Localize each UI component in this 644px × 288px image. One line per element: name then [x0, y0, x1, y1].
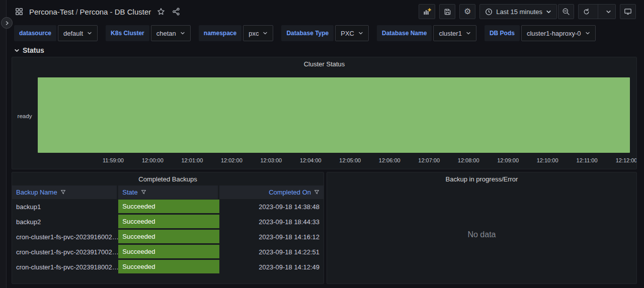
panels-area: Cluster Status ready 11:59:0012:00:0012:…: [7, 57, 644, 284]
variable-value-dropdown[interactable]: cluster1: [433, 25, 476, 41]
axis-tick-label: 12:01:00: [181, 157, 203, 163]
cell-state: Succeeded: [118, 199, 219, 214]
axis-tick-label: 11:59:00: [103, 157, 124, 163]
breadcrumb[interactable]: Percona-Test/Percona - DB Cluster: [29, 8, 151, 16]
variables-row: datasource default K8s Cluster chetan na…: [7, 23, 644, 42]
variable-label[interactable]: K8s Cluster: [106, 25, 149, 41]
breadcrumb-folder[interactable]: Percona-Test: [29, 8, 73, 16]
chevron-down-icon: [585, 31, 590, 36]
favorite-star-icon[interactable]: [156, 7, 166, 17]
breadcrumb-separator: /: [75, 8, 77, 16]
dashboard-settings-button[interactable]: ⚙: [459, 4, 475, 19]
axis-tick-label: 12:11:00: [577, 157, 598, 163]
variable-value-dropdown[interactable]: cluster1-haproxy-0: [521, 25, 596, 41]
time-range-label: Last 15 minutes: [496, 8, 542, 16]
panel-title-backup-progress[interactable]: Backup in progress/Error: [327, 172, 636, 185]
cell-completed-on: 2023-09-18 14:22:51: [219, 244, 324, 259]
variable-selected-value: chetan: [156, 30, 176, 37]
table-row: cron-cluster1-fs-pvc-2023917002… Succeed…: [12, 244, 324, 259]
variable-label[interactable]: Database Type: [281, 25, 334, 41]
gear-icon: ⚙: [464, 8, 471, 16]
refresh-button-group[interactable]: [578, 4, 616, 19]
no-data-message: No data: [467, 230, 496, 239]
add-panel-button[interactable]: [419, 4, 435, 19]
template-variable: datasource default: [14, 25, 98, 41]
filter-funnel-icon[interactable]: [60, 189, 66, 195]
cell-backup-name: cron-cluster1-fs-pvc-2023916002…: [12, 229, 118, 244]
sidebar-expand-button[interactable]: [1, 17, 13, 29]
backups-table-body: backup1 Succeeded 2023-09-18 14:38:48 ba…: [12, 199, 324, 274]
backups-table-header: Backup Name State Completed On: [12, 185, 324, 199]
clock-icon: [485, 8, 493, 16]
table-row: backup1 Succeeded 2023-09-18 14:38:48: [12, 199, 324, 214]
cell-backup-name: backup1: [12, 199, 118, 214]
breadcrumb-dashboard-title: Percona - DB Cluster: [80, 8, 151, 16]
state-timeline-bar[interactable]: [38, 77, 630, 153]
state-badge: Succeeded: [118, 260, 219, 273]
filter-funnel-icon[interactable]: [141, 189, 146, 195]
axis-tick-label: 12:07:00: [418, 157, 440, 163]
table-row: backup2 Succeeded 2023-09-18 18:44:33: [12, 214, 324, 229]
variable-selected-value: pxc: [249, 30, 259, 37]
cell-backup-name: cron-cluster1-fs-pvc-2023917002…: [12, 244, 118, 259]
cell-completed-on: 2023-09-18 14:38:48: [219, 199, 324, 214]
cell-state: Succeeded: [118, 244, 219, 259]
variable-value-dropdown[interactable]: chetan: [151, 25, 191, 41]
variable-value-dropdown[interactable]: pxc: [243, 25, 273, 41]
variable-label[interactable]: DB Pods: [485, 25, 520, 41]
template-variable: DB Pods cluster1-haproxy-0: [485, 25, 596, 41]
filter-funnel-icon[interactable]: [314, 189, 319, 195]
axis-tick-label: 12:04:00: [300, 157, 321, 163]
refresh-interval-dropdown[interactable]: [602, 5, 615, 19]
panel-title-cluster-status[interactable]: Cluster Status: [12, 57, 636, 70]
save-icon: [444, 8, 451, 16]
variable-selected-value: cluster1-haproxy-0: [527, 30, 581, 37]
cell-backup-name: cron-cluster1-fs-pvc-2023918002…: [12, 259, 118, 274]
table-row: cron-cluster1-fs-pvc-2023916002… Succeed…: [12, 229, 324, 244]
refresh-icon[interactable]: [579, 5, 594, 19]
variable-label[interactable]: Database Name: [377, 25, 432, 41]
variable-selected-value: cluster1: [439, 30, 462, 37]
collapsed-sidebar-rail: [0, 0, 7, 288]
cell-completed-on: 2023-09-18 18:44:33: [219, 214, 324, 229]
column-header-state[interactable]: State: [118, 185, 217, 199]
button-divider: [598, 5, 598, 19]
monitor-icon: [624, 8, 632, 16]
axis-tick-label: 12:02:00: [221, 157, 243, 163]
panel-title-completed-backups[interactable]: Completed Backups: [12, 172, 324, 185]
axis-tick-label: 12:05:00: [339, 157, 361, 163]
timeline-y-label: ready: [12, 113, 37, 119]
template-variable: K8s Cluster chetan: [106, 25, 191, 41]
axis-tick-label: 12:00:00: [142, 157, 164, 163]
state-badge: Succeeded: [118, 215, 219, 228]
zoom-out-time-button[interactable]: [558, 4, 574, 19]
variable-label[interactable]: datasource: [14, 25, 56, 41]
template-variable: namespace pxc: [199, 25, 274, 41]
axis-tick-label: 12:08:00: [458, 157, 479, 163]
variable-label[interactable]: namespace: [199, 25, 242, 41]
variable-value-dropdown[interactable]: PXC: [335, 25, 369, 41]
row-header-status[interactable]: Status: [7, 42, 644, 57]
column-header-completed-on[interactable]: Completed On: [219, 185, 324, 199]
column-header-backup-name[interactable]: Backup Name: [12, 185, 117, 199]
cell-state: Succeeded: [118, 229, 219, 244]
axis-tick-label: 12:10:00: [537, 157, 558, 163]
chevron-down-icon: [87, 31, 92, 36]
chevron-down-icon: [358, 31, 363, 36]
axis-tick-label: 12:09:00: [497, 157, 519, 163]
share-icon[interactable]: [171, 7, 181, 17]
chevron-down-icon: [180, 31, 185, 36]
axis-tick-label: 12:03:00: [260, 157, 282, 163]
state-badge: Succeeded: [118, 230, 219, 243]
save-dashboard-button[interactable]: [439, 4, 455, 19]
time-range-picker[interactable]: Last 15 minutes: [479, 4, 557, 19]
cell-backup-name: backup2: [12, 214, 118, 229]
kiosk-mode-button[interactable]: [620, 4, 636, 19]
axis-tick-label: 12:12:00: [616, 157, 637, 163]
apps-grid-icon[interactable]: [14, 7, 24, 17]
panel-cluster-status: Cluster Status ready 11:59:0012:00:0012:…: [12, 57, 637, 169]
chevron-right-icon: [5, 21, 10, 26]
cell-state: Succeeded: [118, 259, 219, 274]
dashboard-page: Percona-Test/Percona - DB Cluster: [7, 0, 644, 284]
variable-value-dropdown[interactable]: default: [58, 25, 98, 41]
